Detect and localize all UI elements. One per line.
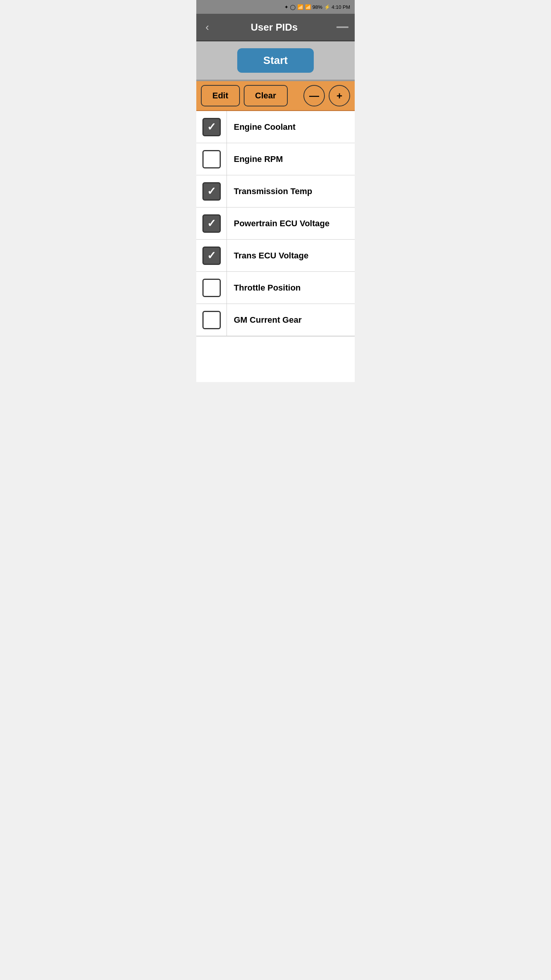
pid-label-1: Engine Coolant xyxy=(227,122,295,132)
checkbox-1[interactable]: ✓ xyxy=(202,118,221,136)
checkbox-7[interactable] xyxy=(202,311,221,329)
decrement-button[interactable]: — xyxy=(303,85,325,106)
checkbox-2[interactable] xyxy=(202,150,221,168)
header: ‹ User PIDs xyxy=(196,14,355,41)
increment-button[interactable]: + xyxy=(329,85,350,106)
checkbox-6[interactable] xyxy=(202,279,221,297)
pid-label-2: Engine RPM xyxy=(227,154,283,164)
back-button[interactable]: ‹ xyxy=(202,20,212,35)
battery-percentage: 98% xyxy=(313,4,323,10)
status-icons: ✦ ◯ 📶 📶 98% ⚡ 4:10 PM xyxy=(284,4,350,10)
toolbar: Edit Clear — + xyxy=(196,81,355,111)
checkbox-area[interactable]: ✓ xyxy=(196,207,227,239)
list-item[interactable]: ✓Transmission Temp xyxy=(196,175,355,207)
checkmark-icon: ✓ xyxy=(207,122,216,132)
checkbox-4[interactable]: ✓ xyxy=(202,214,221,233)
wifi-icon: 📶 xyxy=(297,4,303,10)
checkmark-icon: ✓ xyxy=(207,250,216,261)
pid-label-3: Transmission Temp xyxy=(227,186,312,196)
list-item[interactable]: ✓Powertrain ECU Voltage xyxy=(196,207,355,240)
list-item[interactable]: Throttle Position xyxy=(196,272,355,304)
signal-icon: 📶 xyxy=(305,4,311,10)
start-button[interactable]: Start xyxy=(237,48,314,73)
pid-label-7: GM Current Gear xyxy=(227,315,302,325)
empty-area xyxy=(196,336,355,382)
page-title: User PIDs xyxy=(212,21,336,33)
checkbox-area[interactable] xyxy=(196,304,227,336)
pid-label-6: Throttle Position xyxy=(227,283,301,293)
checkmark-icon: ✓ xyxy=(207,218,216,229)
edit-button[interactable]: Edit xyxy=(201,85,240,106)
checkmark-icon: ✓ xyxy=(207,186,216,197)
pid-list: ✓Engine CoolantEngine RPM✓Transmission T… xyxy=(196,111,355,336)
checkbox-area[interactable]: ✓ xyxy=(196,111,227,143)
list-item[interactable]: GM Current Gear xyxy=(196,304,355,336)
list-item[interactable]: Engine RPM xyxy=(196,143,355,175)
status-bar: ✦ ◯ 📶 📶 98% ⚡ 4:10 PM xyxy=(196,0,355,14)
checkbox-3[interactable]: ✓ xyxy=(202,182,221,201)
checkbox-area[interactable] xyxy=(196,272,227,304)
pid-label-5: Trans ECU Voltage xyxy=(227,251,308,261)
pid-label-4: Powertrain ECU Voltage xyxy=(227,219,329,229)
bluetooth-icon: ✦ xyxy=(284,4,289,10)
list-item[interactable]: ✓Engine Coolant xyxy=(196,111,355,143)
alarm-icon: ◯ xyxy=(290,4,296,10)
clock: 4:10 PM xyxy=(332,4,350,10)
start-area: Start xyxy=(196,41,355,81)
charging-icon: ⚡ xyxy=(324,4,330,10)
checkbox-5[interactable]: ✓ xyxy=(202,247,221,265)
checkbox-area[interactable]: ✓ xyxy=(196,240,227,271)
list-item[interactable]: ✓Trans ECU Voltage xyxy=(196,240,355,272)
clear-button[interactable]: Clear xyxy=(244,85,288,106)
checkbox-area[interactable]: ✓ xyxy=(196,175,227,207)
menu-icon[interactable] xyxy=(336,26,349,28)
checkbox-area[interactable] xyxy=(196,143,227,175)
